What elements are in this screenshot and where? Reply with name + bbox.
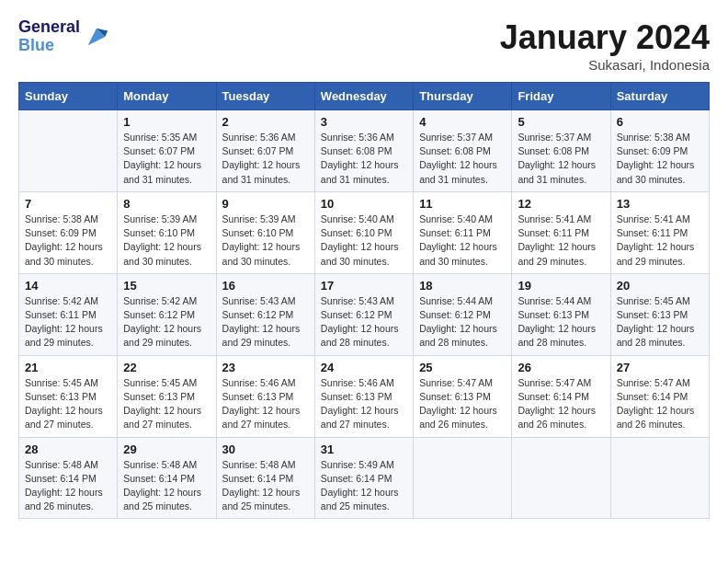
day-number: 10 <box>321 197 407 211</box>
day-number: 7 <box>25 197 111 211</box>
day-info: Sunrise: 5:45 AMSunset: 6:13 PMDaylight:… <box>25 376 111 432</box>
day-number: 30 <box>222 442 309 456</box>
weekday-header-friday: Friday <box>512 83 610 110</box>
day-number: 17 <box>321 279 407 293</box>
day-number: 16 <box>222 279 309 293</box>
weekday-header-wednesday: Wednesday <box>314 83 413 110</box>
day-info: Sunrise: 5:48 AMSunset: 6:14 PMDaylight:… <box>123 458 210 514</box>
page-header: GeneralBlue January 2024 Sukasari, Indon… <box>18 18 710 73</box>
day-number: 3 <box>321 115 407 129</box>
calendar-cell: 26Sunrise: 5:47 AMSunset: 6:14 PMDayligh… <box>512 355 610 437</box>
month-title: January 2024 <box>500 18 710 57</box>
calendar-cell: 25Sunrise: 5:47 AMSunset: 6:13 PMDayligh… <box>414 355 512 437</box>
weekday-header-thursday: Thursday <box>414 83 512 110</box>
logo: GeneralBlue <box>18 18 109 55</box>
day-info: Sunrise: 5:41 AMSunset: 6:11 PMDaylight:… <box>617 213 703 269</box>
weekday-header-tuesday: Tuesday <box>216 83 314 110</box>
day-number: 20 <box>617 279 703 293</box>
day-number: 29 <box>123 442 210 456</box>
day-info: Sunrise: 5:45 AMSunset: 6:13 PMDaylight:… <box>617 294 703 350</box>
day-number: 28 <box>25 442 111 456</box>
day-number: 12 <box>518 197 604 211</box>
day-info: Sunrise: 5:43 AMSunset: 6:12 PMDaylight:… <box>222 294 309 350</box>
day-number: 25 <box>419 361 506 374</box>
day-info: Sunrise: 5:38 AMSunset: 6:09 PMDaylight:… <box>617 131 703 187</box>
day-info: Sunrise: 5:40 AMSunset: 6:11 PMDaylight:… <box>419 213 506 269</box>
calendar-cell <box>19 110 118 192</box>
day-number: 9 <box>222 197 309 211</box>
calendar-cell: 21Sunrise: 5:45 AMSunset: 6:13 PMDayligh… <box>19 355 118 437</box>
calendar-cell: 29Sunrise: 5:48 AMSunset: 6:14 PMDayligh… <box>118 437 216 519</box>
day-number: 6 <box>617 115 703 129</box>
calendar-cell: 24Sunrise: 5:46 AMSunset: 6:13 PMDayligh… <box>314 355 413 437</box>
weekday-header-sunday: Sunday <box>19 83 118 110</box>
calendar-cell <box>414 437 512 519</box>
day-info: Sunrise: 5:37 AMSunset: 6:08 PMDaylight:… <box>419 131 506 187</box>
day-number: 31 <box>321 442 407 456</box>
calendar-week-row: 14Sunrise: 5:42 AMSunset: 6:11 PMDayligh… <box>19 273 710 355</box>
day-number: 18 <box>419 279 506 293</box>
day-info: Sunrise: 5:49 AMSunset: 6:14 PMDaylight:… <box>321 458 407 514</box>
day-info: Sunrise: 5:43 AMSunset: 6:12 PMDaylight:… <box>321 294 407 350</box>
logo-icon <box>84 24 109 50</box>
title-block: January 2024 Sukasari, Indonesia <box>500 18 710 73</box>
day-number: 1 <box>123 115 210 129</box>
calendar-cell <box>610 437 709 519</box>
calendar-cell: 15Sunrise: 5:42 AMSunset: 6:12 PMDayligh… <box>118 273 216 355</box>
calendar-cell: 3Sunrise: 5:36 AMSunset: 6:08 PMDaylight… <box>314 110 413 192</box>
calendar-cell: 4Sunrise: 5:37 AMSunset: 6:08 PMDaylight… <box>414 110 512 192</box>
calendar-cell: 10Sunrise: 5:40 AMSunset: 6:10 PMDayligh… <box>314 191 413 273</box>
calendar-cell: 20Sunrise: 5:45 AMSunset: 6:13 PMDayligh… <box>610 273 709 355</box>
calendar-cell: 27Sunrise: 5:47 AMSunset: 6:14 PMDayligh… <box>610 355 709 437</box>
location-subtitle: Sukasari, Indonesia <box>500 57 710 73</box>
calendar-week-row: 28Sunrise: 5:48 AMSunset: 6:14 PMDayligh… <box>19 437 710 519</box>
day-info: Sunrise: 5:41 AMSunset: 6:11 PMDaylight:… <box>518 213 604 269</box>
day-number: 8 <box>123 197 210 211</box>
day-number: 22 <box>123 361 210 374</box>
calendar-cell: 22Sunrise: 5:45 AMSunset: 6:13 PMDayligh… <box>118 355 216 437</box>
day-number: 21 <box>25 361 111 374</box>
day-info: Sunrise: 5:46 AMSunset: 6:13 PMDaylight:… <box>222 376 309 432</box>
day-info: Sunrise: 5:47 AMSunset: 6:13 PMDaylight:… <box>419 376 506 432</box>
calendar-cell: 12Sunrise: 5:41 AMSunset: 6:11 PMDayligh… <box>512 191 610 273</box>
calendar-cell: 19Sunrise: 5:44 AMSunset: 6:13 PMDayligh… <box>512 273 610 355</box>
day-number: 14 <box>25 279 111 293</box>
day-info: Sunrise: 5:39 AMSunset: 6:10 PMDaylight:… <box>222 213 309 269</box>
day-info: Sunrise: 5:36 AMSunset: 6:08 PMDaylight:… <box>321 131 407 187</box>
calendar-cell: 11Sunrise: 5:40 AMSunset: 6:11 PMDayligh… <box>414 191 512 273</box>
day-number: 5 <box>518 115 604 129</box>
day-info: Sunrise: 5:39 AMSunset: 6:10 PMDaylight:… <box>123 213 210 269</box>
calendar-cell: 31Sunrise: 5:49 AMSunset: 6:14 PMDayligh… <box>314 437 413 519</box>
calendar-cell: 23Sunrise: 5:46 AMSunset: 6:13 PMDayligh… <box>216 355 314 437</box>
day-number: 11 <box>419 197 506 211</box>
weekday-header-row: SundayMondayTuesdayWednesdayThursdayFrid… <box>19 83 710 110</box>
calendar-cell: 7Sunrise: 5:38 AMSunset: 6:09 PMDaylight… <box>19 191 118 273</box>
day-info: Sunrise: 5:40 AMSunset: 6:10 PMDaylight:… <box>321 213 407 269</box>
calendar-cell: 9Sunrise: 5:39 AMSunset: 6:10 PMDaylight… <box>216 191 314 273</box>
day-info: Sunrise: 5:36 AMSunset: 6:07 PMDaylight:… <box>222 131 309 187</box>
day-number: 2 <box>222 115 309 129</box>
day-info: Sunrise: 5:48 AMSunset: 6:14 PMDaylight:… <box>222 458 309 514</box>
day-number: 13 <box>617 197 703 211</box>
calendar-cell: 13Sunrise: 5:41 AMSunset: 6:11 PMDayligh… <box>610 191 709 273</box>
calendar-cell: 18Sunrise: 5:44 AMSunset: 6:12 PMDayligh… <box>414 273 512 355</box>
calendar-cell: 30Sunrise: 5:48 AMSunset: 6:14 PMDayligh… <box>216 437 314 519</box>
day-info: Sunrise: 5:42 AMSunset: 6:12 PMDaylight:… <box>123 294 210 350</box>
calendar-cell: 6Sunrise: 5:38 AMSunset: 6:09 PMDaylight… <box>610 110 709 192</box>
calendar-cell: 17Sunrise: 5:43 AMSunset: 6:12 PMDayligh… <box>314 273 413 355</box>
day-info: Sunrise: 5:37 AMSunset: 6:08 PMDaylight:… <box>518 131 604 187</box>
calendar-cell: 1Sunrise: 5:35 AMSunset: 6:07 PMDaylight… <box>118 110 216 192</box>
day-info: Sunrise: 5:48 AMSunset: 6:14 PMDaylight:… <box>25 458 111 514</box>
calendar-week-row: 1Sunrise: 5:35 AMSunset: 6:07 PMDaylight… <box>19 110 710 192</box>
day-info: Sunrise: 5:45 AMSunset: 6:13 PMDaylight:… <box>123 376 210 432</box>
day-info: Sunrise: 5:35 AMSunset: 6:07 PMDaylight:… <box>123 131 210 187</box>
calendar-week-row: 21Sunrise: 5:45 AMSunset: 6:13 PMDayligh… <box>19 355 710 437</box>
calendar-cell: 2Sunrise: 5:36 AMSunset: 6:07 PMDaylight… <box>216 110 314 192</box>
day-number: 27 <box>617 361 703 374</box>
calendar-cell: 8Sunrise: 5:39 AMSunset: 6:10 PMDaylight… <box>118 191 216 273</box>
weekday-header-saturday: Saturday <box>610 83 709 110</box>
day-info: Sunrise: 5:44 AMSunset: 6:12 PMDaylight:… <box>419 294 506 350</box>
calendar-cell: 5Sunrise: 5:37 AMSunset: 6:08 PMDaylight… <box>512 110 610 192</box>
day-info: Sunrise: 5:42 AMSunset: 6:11 PMDaylight:… <box>25 294 111 350</box>
day-info: Sunrise: 5:44 AMSunset: 6:13 PMDaylight:… <box>518 294 604 350</box>
